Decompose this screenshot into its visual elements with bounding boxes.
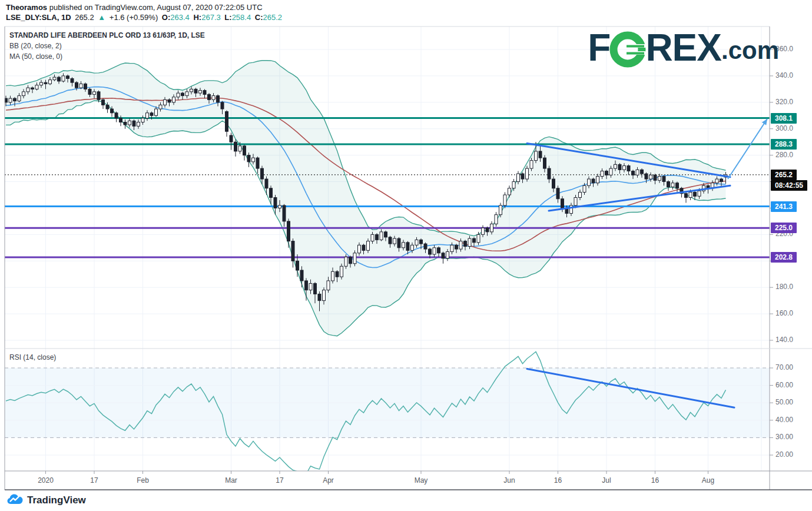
bb-indicator-row[interactable]: BB (20, close, 2) [9, 42, 205, 50]
candle-down [111, 109, 114, 113]
candle-down [296, 261, 299, 270]
candle-down [654, 175, 657, 180]
price-level-badge: 202.8 [771, 252, 797, 263]
price-level-badge: 308.1 [771, 113, 797, 124]
candle-down [336, 271, 339, 277]
time-axis-label[interactable]: 16 [554, 476, 562, 485]
candle-up [588, 179, 591, 185]
candle-down [362, 245, 365, 250]
candle-down [97, 92, 100, 99]
candle-down [424, 244, 427, 249]
current-price-badge: 265.2 [771, 170, 797, 180]
price-axis-label[interactable]: 320.0 [775, 98, 793, 106]
time-axis-label[interactable]: 17 [90, 476, 98, 485]
candle-down [226, 112, 228, 132]
price-axis-label[interactable]: 180.0 [775, 283, 793, 291]
candle-down [438, 248, 440, 253]
candle-up [698, 191, 701, 196]
chart-canvas[interactable] [0, 0, 812, 492]
candle-up [212, 96, 215, 100]
instrument-title[interactable]: STANDARD LIFE ABERDEEN PLC ORD 13 61/63P… [9, 31, 205, 39]
candle-up [530, 161, 533, 168]
candle-down [685, 194, 688, 198]
main-legend: STANDARD LIFE ABERDEEN PLC ORD 13 61/63P… [9, 31, 205, 63]
candle-down [720, 179, 723, 181]
time-axis-label[interactable]: 2020 [38, 476, 54, 485]
candle-down [283, 205, 286, 221]
time-axis-label[interactable]: Jun [503, 476, 515, 485]
candle-down [397, 238, 400, 248]
candle-up [344, 257, 347, 267]
candle-up [446, 252, 449, 258]
candle-up [185, 92, 188, 96]
candle-up [323, 290, 326, 301]
price-axis-label[interactable]: 140.0 [775, 336, 793, 344]
forex-watermark: F REX .com [588, 26, 779, 69]
candle-down [217, 96, 220, 102]
candle-down [247, 155, 250, 162]
candle-down [552, 179, 555, 188]
candle-down [67, 76, 69, 78]
time-axis-label[interactable]: Jul [602, 476, 611, 485]
candle-up [526, 168, 529, 179]
candle-down [256, 158, 259, 168]
candle-down [694, 193, 697, 197]
main-pane[interactable] [5, 26, 770, 349]
rsi-axis-label[interactable]: 40.00 [775, 416, 793, 424]
price-level-badge: 241.3 [771, 201, 797, 212]
rsi-axis-label[interactable]: 20.00 [775, 450, 793, 459]
tradingview-cloud-icon [7, 494, 23, 507]
time-axis-label[interactable]: May [415, 476, 428, 485]
countdown-badge: 08:42:55 [771, 180, 807, 191]
rsi-axis-label[interactable]: 70.00 [775, 363, 793, 371]
candle-up [601, 171, 604, 177]
candle-down [150, 113, 153, 115]
candle-down [44, 82, 47, 84]
time-axis-label[interactable]: Feb [137, 476, 149, 485]
price-axis-label[interactable]: 340.0 [775, 71, 793, 79]
price-axis-label[interactable]: 300.0 [775, 124, 793, 132]
candle-down [261, 168, 264, 179]
price-axis-label[interactable]: 280.0 [775, 151, 793, 159]
candle-up [279, 205, 281, 208]
candle-down [31, 88, 34, 89]
candle-up [517, 174, 520, 181]
rsi-axis-label[interactable]: 50.00 [775, 398, 793, 406]
candle-up [164, 99, 167, 105]
time-axis-label[interactable]: 17 [276, 476, 283, 485]
candle-down [132, 121, 135, 126]
time-axis-label[interactable]: 16 [651, 476, 659, 485]
rsi-axis-label[interactable]: 60.00 [775, 381, 793, 389]
candle-up [155, 109, 158, 115]
candle-up [35, 85, 38, 89]
candle-down [181, 93, 184, 95]
candle-down [230, 135, 233, 142]
forex-o-icon [609, 27, 647, 71]
candle-up [609, 168, 612, 175]
candle-down [75, 82, 78, 88]
watermark-com: .com [721, 36, 779, 65]
price-axis-label[interactable]: 160.0 [775, 309, 793, 317]
candle-down [605, 171, 608, 175]
time-axis-label[interactable]: Apr [323, 476, 334, 485]
candle-up [636, 170, 639, 175]
candle-down [194, 89, 197, 93]
candle-down [102, 99, 105, 105]
candle-up [146, 113, 149, 118]
ma-indicator-row[interactable]: MA (50, close, 0) [9, 52, 205, 61]
candle-down [486, 228, 489, 232]
watermark-rex: REX [645, 26, 721, 69]
rsi-indicator-row[interactable]: RSI (14, close) [9, 353, 56, 361]
candle-up [658, 177, 661, 181]
candle-down [115, 113, 118, 118]
candle-down [168, 99, 171, 102]
rsi-axis-label[interactable]: 30.00 [775, 433, 793, 441]
time-axis-label[interactable]: Aug [702, 476, 714, 485]
rsi-pane[interactable] [5, 349, 770, 474]
candle-down [548, 168, 551, 179]
candle-up [671, 183, 674, 187]
time-axis-label[interactable]: Mar [225, 476, 237, 485]
candle-up [477, 234, 480, 242]
candle-up [141, 118, 144, 122]
tradingview-footer[interactable]: TradingView [7, 494, 86, 507]
